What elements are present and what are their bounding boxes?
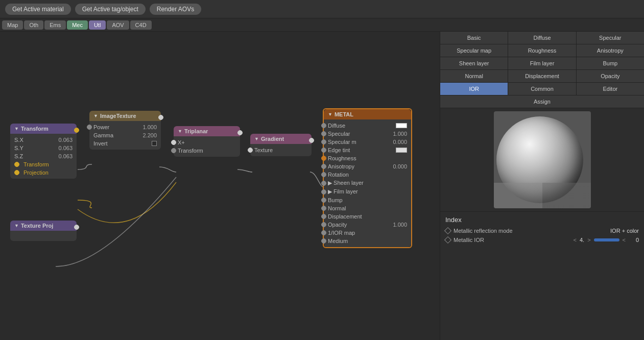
metal-iormap-socket[interactable] bbox=[321, 230, 326, 235]
metal-edgetint-row: Edge tint bbox=[324, 146, 411, 154]
metal-roughness-row: Roughness bbox=[324, 154, 411, 162]
metal-opacity-row: Opacity 1.000 bbox=[324, 221, 411, 229]
ior-slider[interactable] bbox=[594, 238, 619, 241]
tab-mec[interactable]: Mec bbox=[67, 20, 88, 30]
tab-normal[interactable]: Normal bbox=[440, 70, 508, 82]
tab-ems[interactable]: Ems bbox=[44, 20, 66, 30]
edgetint-color-swatch[interactable] bbox=[396, 148, 407, 153]
node-transform: Transform S.X 0.063 S.Y 0.063 S.Z 0.063 … bbox=[10, 124, 77, 179]
render-aovs-btn[interactable]: Render AOVs bbox=[150, 4, 201, 15]
metal-opacity-socket[interactable] bbox=[321, 222, 326, 227]
texproj-collapse-icon[interactable] bbox=[14, 223, 19, 228]
metal-specular-socket[interactable] bbox=[321, 131, 326, 136]
transform-output-socket[interactable] bbox=[74, 128, 79, 133]
metal-diffuse-row: Diffuse bbox=[324, 122, 411, 130]
tab-map[interactable]: Map bbox=[2, 20, 23, 30]
ior-left-arrow[interactable]: < bbox=[573, 237, 578, 243]
preview-floor bbox=[494, 183, 591, 208]
metal-header[interactable]: METAL bbox=[324, 109, 411, 119]
metal-bump-socket[interactable] bbox=[321, 198, 326, 203]
metal-anisotropy-socket[interactable] bbox=[321, 164, 326, 169]
gradient-header[interactable]: Gradient bbox=[250, 134, 312, 144]
metal-anisotropy-row: Anisotropy 0.000 bbox=[324, 162, 411, 171]
metal-diffuse-socket[interactable] bbox=[321, 123, 326, 128]
triplanar-title: Triplanar bbox=[184, 128, 208, 134]
tab-oth[interactable]: Oth bbox=[24, 20, 43, 30]
triplanar-xplus-row: X+ bbox=[174, 138, 240, 147]
metal-sheen-row: ▶ Sheen layer bbox=[324, 179, 411, 187]
transform-yellow-socket[interactable] bbox=[14, 162, 19, 167]
get-active-tag-btn[interactable]: Get Active tag/object bbox=[75, 4, 146, 15]
triplanar-collapse-icon[interactable] bbox=[178, 129, 182, 134]
metallic-reflection-label: Metallic reflection mode bbox=[454, 228, 607, 234]
node-texproj: Texture Proj bbox=[10, 221, 77, 241]
metal-normal-socket[interactable] bbox=[321, 206, 326, 211]
metallic-ior-diamond bbox=[444, 236, 451, 244]
metal-displacement-socket[interactable] bbox=[321, 214, 326, 219]
triplanar-xplus-socket[interactable] bbox=[171, 140, 176, 145]
tab-anisotropy[interactable]: Anisotropy bbox=[577, 44, 644, 57]
imagetexture-output-socket[interactable] bbox=[158, 115, 163, 120]
invert-checkbox[interactable] bbox=[152, 141, 157, 146]
metal-specularm-socket[interactable] bbox=[321, 139, 326, 144]
index-section: Index Metallic reflection mode IOR + col… bbox=[440, 211, 644, 250]
imagetexture-collapse-icon[interactable] bbox=[93, 113, 98, 118]
node-transform-header[interactable]: Transform bbox=[10, 124, 77, 134]
index-title: Index bbox=[445, 216, 639, 224]
metal-rotation-socket[interactable] bbox=[321, 172, 326, 177]
imagetexture-body: Power 1.000 Gamma 2.200 Invert bbox=[89, 121, 161, 150]
transform-transform-row: Transform bbox=[10, 160, 77, 168]
material-tabs: Basic Diffuse Specular Specular map Roug… bbox=[440, 32, 644, 108]
metal-film-socket[interactable] bbox=[321, 189, 326, 195]
metal-edgetint-socket[interactable] bbox=[321, 148, 326, 153]
metal-roughness-socket[interactable] bbox=[321, 156, 326, 161]
tab-film-layer[interactable]: Film layer bbox=[508, 57, 576, 69]
metal-collapse-icon[interactable] bbox=[328, 112, 332, 117]
metal-body: Diffuse Specular 1.000 Specular m 0.000 … bbox=[324, 119, 411, 247]
tab-diffuse[interactable]: Diffuse bbox=[508, 32, 576, 44]
imagetexture-power-socket[interactable] bbox=[87, 125, 92, 130]
tab-c4d[interactable]: C4D bbox=[130, 20, 152, 30]
metal-specular-row: Specular 1.000 bbox=[324, 130, 411, 138]
tab-basic[interactable]: Basic bbox=[440, 32, 508, 44]
get-active-material-btn[interactable]: Get Active material bbox=[5, 4, 71, 15]
metal-medium-socket[interactable] bbox=[321, 238, 326, 244]
imagetexture-invert-row: Invert bbox=[89, 139, 161, 148]
transform-collapse-icon[interactable] bbox=[14, 126, 19, 131]
metal-specularm-row: Specular m 0.000 bbox=[324, 138, 411, 146]
gradient-output-socket[interactable] bbox=[309, 138, 314, 143]
tab-utl[interactable]: Utl bbox=[89, 20, 106, 30]
diffuse-color-swatch[interactable] bbox=[396, 123, 407, 128]
gradient-body: Texture bbox=[250, 144, 312, 156]
tab-common[interactable]: Common bbox=[508, 83, 576, 95]
tab-aov[interactable]: AOV bbox=[107, 20, 129, 30]
tab-sheen-layer[interactable]: Sheen layer bbox=[440, 57, 508, 69]
triplanar-output-socket[interactable] bbox=[237, 130, 243, 135]
imagetexture-header[interactable]: ImageTexture bbox=[89, 111, 161, 121]
tab-specular[interactable]: Specular bbox=[577, 32, 644, 44]
tab-bump[interactable]: Bump bbox=[577, 57, 644, 69]
gradient-texture-socket[interactable] bbox=[248, 148, 253, 153]
tab-assign[interactable]: Assign bbox=[440, 95, 644, 108]
triplanar-transform-socket[interactable] bbox=[171, 148, 176, 153]
transform-yellow2-socket[interactable] bbox=[14, 170, 19, 175]
tab-ior[interactable]: IOR bbox=[440, 83, 508, 95]
metal-sheen-socket[interactable] bbox=[321, 181, 326, 186]
metal-bump-row: Bump bbox=[324, 196, 411, 204]
gradient-collapse-icon[interactable] bbox=[254, 136, 259, 141]
tab-editor[interactable]: Editor bbox=[577, 83, 644, 95]
triplanar-body: X+ Transform bbox=[174, 136, 240, 157]
ior-left2-arrow[interactable]: < bbox=[622, 237, 627, 243]
imagetexture-title: ImageTexture bbox=[100, 113, 136, 119]
texproj-header[interactable]: Texture Proj bbox=[10, 221, 77, 231]
metal-film-row: ▶ Film layer bbox=[324, 187, 411, 196]
texproj-output-socket[interactable] bbox=[74, 225, 79, 230]
node-triplanar: Triplanar X+ Transform bbox=[174, 126, 240, 157]
tab-opacity[interactable]: Opacity bbox=[577, 70, 644, 82]
tab-roughness[interactable]: Roughness bbox=[508, 44, 576, 57]
triplanar-header[interactable]: Triplanar bbox=[174, 126, 240, 136]
tab-displacement[interactable]: Displacement bbox=[508, 70, 576, 82]
tab-specular-map[interactable]: Specular map bbox=[440, 44, 508, 57]
texproj-body bbox=[10, 231, 77, 241]
ior-right-arrow[interactable]: > bbox=[586, 237, 591, 243]
